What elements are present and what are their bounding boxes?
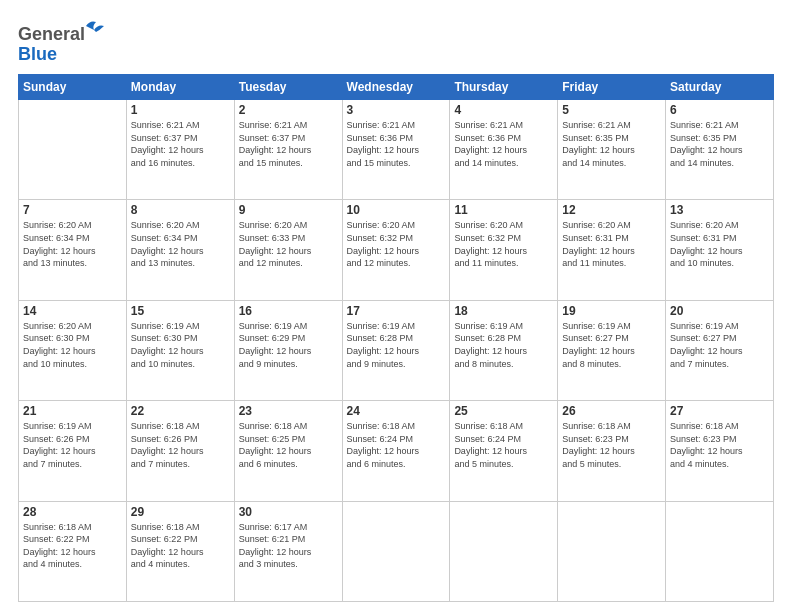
calendar-cell: 5Sunrise: 6:21 AM Sunset: 6:35 PM Daylig… [558, 100, 666, 200]
logo-svg: General Blue [18, 18, 113, 66]
day-info: Sunrise: 6:21 AM Sunset: 6:37 PM Dayligh… [131, 119, 230, 169]
day-info: Sunrise: 6:18 AM Sunset: 6:22 PM Dayligh… [23, 521, 122, 571]
day-header-tuesday: Tuesday [234, 75, 342, 100]
day-info: Sunrise: 6:20 AM Sunset: 6:34 PM Dayligh… [23, 219, 122, 269]
calendar-cell: 11Sunrise: 6:20 AM Sunset: 6:32 PM Dayli… [450, 200, 558, 300]
calendar-table: SundayMondayTuesdayWednesdayThursdayFrid… [18, 74, 774, 602]
calendar-week-1: 1Sunrise: 6:21 AM Sunset: 6:37 PM Daylig… [19, 100, 774, 200]
day-info: Sunrise: 6:20 AM Sunset: 6:32 PM Dayligh… [454, 219, 553, 269]
calendar-cell: 21Sunrise: 6:19 AM Sunset: 6:26 PM Dayli… [19, 401, 127, 501]
calendar-cell: 15Sunrise: 6:19 AM Sunset: 6:30 PM Dayli… [126, 300, 234, 400]
day-number: 4 [454, 103, 553, 117]
day-info: Sunrise: 6:19 AM Sunset: 6:27 PM Dayligh… [562, 320, 661, 370]
day-number: 18 [454, 304, 553, 318]
day-number: 15 [131, 304, 230, 318]
day-info: Sunrise: 6:19 AM Sunset: 6:28 PM Dayligh… [454, 320, 553, 370]
day-info: Sunrise: 6:21 AM Sunset: 6:35 PM Dayligh… [562, 119, 661, 169]
day-number: 9 [239, 203, 338, 217]
page: General Blue SundayMondayTuesdayWednesda… [0, 0, 792, 612]
day-info: Sunrise: 6:18 AM Sunset: 6:26 PM Dayligh… [131, 420, 230, 470]
calendar-header-row: SundayMondayTuesdayWednesdayThursdayFrid… [19, 75, 774, 100]
day-number: 3 [347, 103, 446, 117]
day-info: Sunrise: 6:20 AM Sunset: 6:31 PM Dayligh… [562, 219, 661, 269]
day-info: Sunrise: 6:20 AM Sunset: 6:32 PM Dayligh… [347, 219, 446, 269]
day-number: 11 [454, 203, 553, 217]
day-number: 19 [562, 304, 661, 318]
day-info: Sunrise: 6:18 AM Sunset: 6:24 PM Dayligh… [454, 420, 553, 470]
calendar-cell [19, 100, 127, 200]
day-header-wednesday: Wednesday [342, 75, 450, 100]
day-header-friday: Friday [558, 75, 666, 100]
svg-text:Blue: Blue [18, 44, 57, 64]
calendar-cell: 26Sunrise: 6:18 AM Sunset: 6:23 PM Dayli… [558, 401, 666, 501]
day-info: Sunrise: 6:19 AM Sunset: 6:28 PM Dayligh… [347, 320, 446, 370]
day-info: Sunrise: 6:19 AM Sunset: 6:29 PM Dayligh… [239, 320, 338, 370]
calendar-cell: 3Sunrise: 6:21 AM Sunset: 6:36 PM Daylig… [342, 100, 450, 200]
day-info: Sunrise: 6:20 AM Sunset: 6:31 PM Dayligh… [670, 219, 769, 269]
day-number: 30 [239, 505, 338, 519]
day-number: 12 [562, 203, 661, 217]
calendar-cell: 29Sunrise: 6:18 AM Sunset: 6:22 PM Dayli… [126, 501, 234, 601]
day-info: Sunrise: 6:20 AM Sunset: 6:34 PM Dayligh… [131, 219, 230, 269]
calendar-cell: 18Sunrise: 6:19 AM Sunset: 6:28 PM Dayli… [450, 300, 558, 400]
calendar-cell: 6Sunrise: 6:21 AM Sunset: 6:35 PM Daylig… [666, 100, 774, 200]
day-info: Sunrise: 6:20 AM Sunset: 6:33 PM Dayligh… [239, 219, 338, 269]
day-number: 17 [347, 304, 446, 318]
calendar-cell: 22Sunrise: 6:18 AM Sunset: 6:26 PM Dayli… [126, 401, 234, 501]
day-number: 24 [347, 404, 446, 418]
day-info: Sunrise: 6:19 AM Sunset: 6:26 PM Dayligh… [23, 420, 122, 470]
day-number: 10 [347, 203, 446, 217]
day-number: 2 [239, 103, 338, 117]
calendar-week-2: 7Sunrise: 6:20 AM Sunset: 6:34 PM Daylig… [19, 200, 774, 300]
day-info: Sunrise: 6:20 AM Sunset: 6:30 PM Dayligh… [23, 320, 122, 370]
day-number: 1 [131, 103, 230, 117]
calendar-cell: 14Sunrise: 6:20 AM Sunset: 6:30 PM Dayli… [19, 300, 127, 400]
calendar-cell: 27Sunrise: 6:18 AM Sunset: 6:23 PM Dayli… [666, 401, 774, 501]
day-info: Sunrise: 6:19 AM Sunset: 6:30 PM Dayligh… [131, 320, 230, 370]
calendar-cell: 9Sunrise: 6:20 AM Sunset: 6:33 PM Daylig… [234, 200, 342, 300]
day-number: 6 [670, 103, 769, 117]
day-info: Sunrise: 6:18 AM Sunset: 6:24 PM Dayligh… [347, 420, 446, 470]
calendar-cell: 10Sunrise: 6:20 AM Sunset: 6:32 PM Dayli… [342, 200, 450, 300]
day-number: 25 [454, 404, 553, 418]
calendar-cell: 23Sunrise: 6:18 AM Sunset: 6:25 PM Dayli… [234, 401, 342, 501]
day-info: Sunrise: 6:21 AM Sunset: 6:37 PM Dayligh… [239, 119, 338, 169]
day-header-sunday: Sunday [19, 75, 127, 100]
day-number: 7 [23, 203, 122, 217]
day-header-thursday: Thursday [450, 75, 558, 100]
calendar-cell [558, 501, 666, 601]
day-info: Sunrise: 6:18 AM Sunset: 6:23 PM Dayligh… [670, 420, 769, 470]
day-info: Sunrise: 6:18 AM Sunset: 6:25 PM Dayligh… [239, 420, 338, 470]
day-number: 5 [562, 103, 661, 117]
svg-text:General: General [18, 24, 85, 44]
calendar-cell: 8Sunrise: 6:20 AM Sunset: 6:34 PM Daylig… [126, 200, 234, 300]
day-number: 13 [670, 203, 769, 217]
calendar-cell: 19Sunrise: 6:19 AM Sunset: 6:27 PM Dayli… [558, 300, 666, 400]
day-number: 26 [562, 404, 661, 418]
day-header-monday: Monday [126, 75, 234, 100]
calendar-cell: 24Sunrise: 6:18 AM Sunset: 6:24 PM Dayli… [342, 401, 450, 501]
calendar-cell: 1Sunrise: 6:21 AM Sunset: 6:37 PM Daylig… [126, 100, 234, 200]
day-number: 21 [23, 404, 122, 418]
calendar-cell [342, 501, 450, 601]
calendar-cell: 20Sunrise: 6:19 AM Sunset: 6:27 PM Dayli… [666, 300, 774, 400]
calendar-cell: 4Sunrise: 6:21 AM Sunset: 6:36 PM Daylig… [450, 100, 558, 200]
day-info: Sunrise: 6:21 AM Sunset: 6:36 PM Dayligh… [347, 119, 446, 169]
calendar-cell: 2Sunrise: 6:21 AM Sunset: 6:37 PM Daylig… [234, 100, 342, 200]
calendar-week-5: 28Sunrise: 6:18 AM Sunset: 6:22 PM Dayli… [19, 501, 774, 601]
calendar-week-4: 21Sunrise: 6:19 AM Sunset: 6:26 PM Dayli… [19, 401, 774, 501]
calendar-cell: 30Sunrise: 6:17 AM Sunset: 6:21 PM Dayli… [234, 501, 342, 601]
day-info: Sunrise: 6:17 AM Sunset: 6:21 PM Dayligh… [239, 521, 338, 571]
calendar-week-3: 14Sunrise: 6:20 AM Sunset: 6:30 PM Dayli… [19, 300, 774, 400]
calendar-cell: 7Sunrise: 6:20 AM Sunset: 6:34 PM Daylig… [19, 200, 127, 300]
calendar-cell: 16Sunrise: 6:19 AM Sunset: 6:29 PM Dayli… [234, 300, 342, 400]
calendar-cell: 17Sunrise: 6:19 AM Sunset: 6:28 PM Dayli… [342, 300, 450, 400]
day-number: 29 [131, 505, 230, 519]
logo: General Blue [18, 18, 113, 66]
day-number: 14 [23, 304, 122, 318]
day-number: 16 [239, 304, 338, 318]
calendar-cell [450, 501, 558, 601]
day-number: 27 [670, 404, 769, 418]
day-number: 8 [131, 203, 230, 217]
day-number: 23 [239, 404, 338, 418]
